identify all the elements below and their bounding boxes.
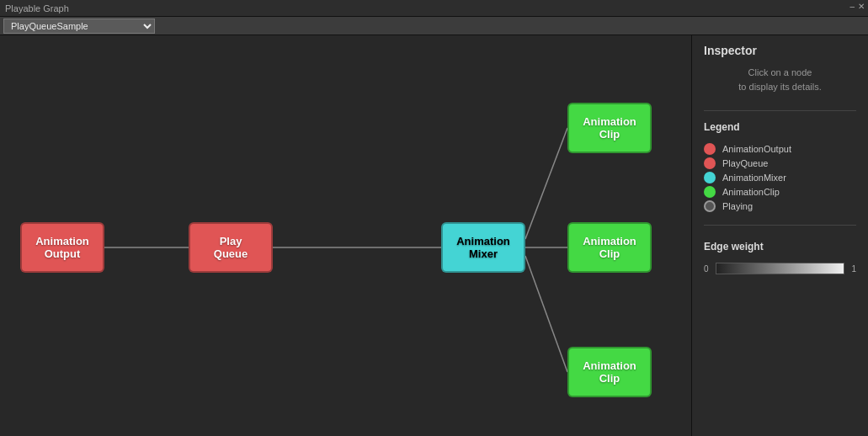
graph-canvas[interactable]: Animation Output PlayQueue AnimationMixe… [0,35,691,436]
node-clip-3-label: AnimationClip [583,359,636,385]
node-play-queue[interactable]: PlayQueue [189,222,273,273]
title-bar-label: Playable Graph [5,3,69,13]
divider-1 [704,110,856,111]
inspector-hint-line2: to display its details. [738,82,821,92]
svg-line-2 [525,128,567,239]
legend-dot [704,143,716,155]
node-play-queue-label: PlayQueue [214,235,248,260]
legend-label: AnimationClip [722,187,780,197]
edge-weight-bar-row: 0 1 [704,263,856,274]
legend-dot [704,157,716,169]
legend-label: Playing [722,201,753,211]
svg-line-4 [525,256,567,372]
node-clip-2[interactable]: AnimationClip [567,222,652,273]
inspector-hint: Click on a node to display its details. [704,66,856,93]
legend-dot [704,200,716,212]
edge-weight-min: 0 [704,264,712,274]
node-animation-output-label: Animation Output [22,235,103,260]
inspector-hint-line1: Click on a node [748,67,812,77]
edge-weight-bar [716,263,844,274]
legend-item: AnimationClip [704,186,856,198]
legend-item: AnimationOutput [704,143,856,155]
inspector-panel: Inspector Click on a node to display its… [691,35,868,436]
legend-item: PlayQueue [704,157,856,169]
title-bar-controls[interactable]: – ✕ [849,2,865,11]
graph-select[interactable]: PlayQueueSample [3,19,155,34]
minimize-button[interactable]: – [849,2,855,11]
legend-label: AnimationOutput [722,144,791,154]
edge-weight-max: 1 [848,264,856,274]
legend-title: Legend [704,121,856,133]
legend-dot [704,172,716,183]
legend-item: Playing [704,200,856,212]
node-animation-mixer-label: AnimationMixer [456,235,510,260]
legend-dot [704,186,716,198]
node-animation-output[interactable]: Animation Output [20,222,104,273]
node-clip-1-label: AnimationClip [583,115,636,141]
node-clip-1[interactable]: AnimationClip [567,103,652,153]
legend-label: AnimationMixer [722,173,786,183]
legend-item: AnimationMixer [704,172,856,183]
inspector-title: Inspector [704,44,856,57]
node-animation-mixer[interactable]: AnimationMixer [441,222,525,273]
main-layout: Animation Output PlayQueue AnimationMixe… [0,35,868,436]
legend-list: AnimationOutputPlayQueueAnimationMixerAn… [704,143,856,215]
toolbar: PlayQueueSample [0,17,868,35]
edge-weight-title: Edge weight [704,241,856,253]
node-clip-2-label: AnimationClip [583,235,636,260]
divider-2 [704,225,856,226]
legend-label: PlayQueue [722,158,768,168]
close-button[interactable]: ✕ [858,2,865,11]
node-clip-3[interactable]: AnimationClip [567,347,652,397]
title-bar: Playable Graph – ✕ [0,0,868,17]
